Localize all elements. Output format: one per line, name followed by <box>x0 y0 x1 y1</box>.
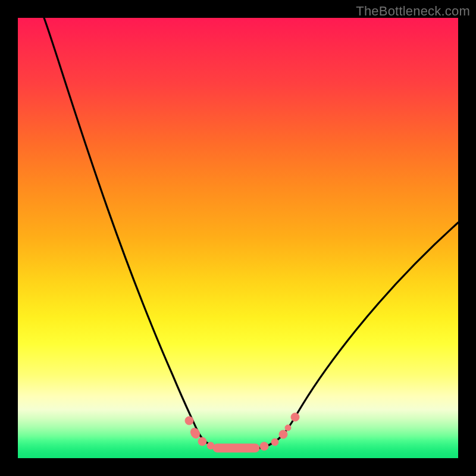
svg-point-5 <box>260 442 268 450</box>
svg-point-6 <box>271 439 278 446</box>
min-region-markers <box>185 413 299 452</box>
curve-layer <box>18 18 458 458</box>
svg-rect-4 <box>213 444 259 452</box>
bottleneck-curve <box>44 18 458 449</box>
svg-point-7 <box>279 430 287 439</box>
svg-point-8 <box>285 425 291 431</box>
chart-frame: TheBottleneck.com <box>0 0 476 476</box>
svg-point-0 <box>185 416 193 425</box>
plot-area <box>18 18 458 458</box>
watermark-text: TheBottleneck.com <box>356 4 470 19</box>
svg-point-9 <box>291 413 299 421</box>
svg-point-2 <box>198 437 206 446</box>
svg-point-1 <box>189 427 201 440</box>
